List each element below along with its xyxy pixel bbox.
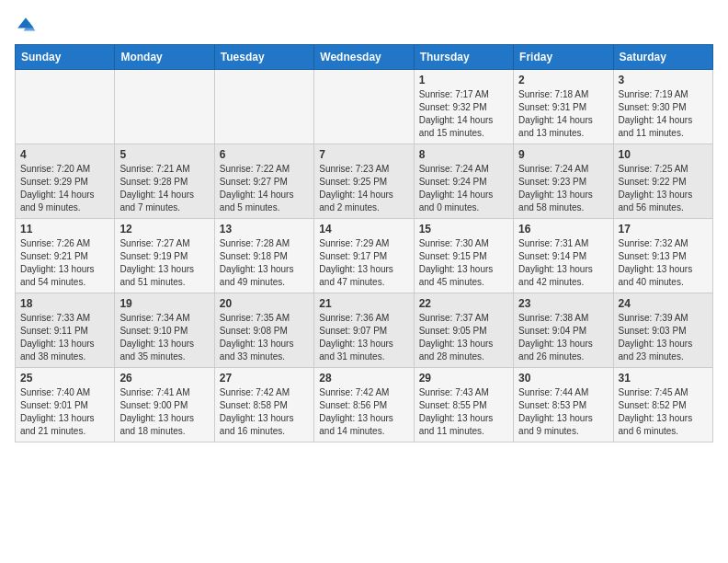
day-number: 8 — [419, 148, 508, 161]
day-number: 30 — [518, 372, 608, 385]
calendar-cell-w0d6: 3Sunrise: 7:19 AM Sunset: 9:30 PM Daylig… — [613, 70, 712, 144]
day-number: 23 — [518, 297, 608, 310]
day-info: Sunrise: 7:44 AM Sunset: 8:53 PM Dayligh… — [518, 386, 608, 438]
day-info: Sunrise: 7:28 AM Sunset: 9:18 PM Dayligh… — [220, 237, 309, 289]
day-info: Sunrise: 7:43 AM Sunset: 8:55 PM Dayligh… — [419, 386, 508, 438]
col-header-wednesday: Wednesday — [314, 45, 414, 70]
day-number: 2 — [518, 74, 608, 86]
day-info: Sunrise: 7:45 AM Sunset: 8:52 PM Dayligh… — [619, 386, 708, 438]
day-number: 3 — [619, 74, 708, 86]
day-info: Sunrise: 7:32 AM Sunset: 9:13 PM Dayligh… — [619, 237, 708, 289]
calendar-cell-w1d4: 8Sunrise: 7:24 AM Sunset: 9:24 PM Daylig… — [414, 144, 513, 219]
calendar-cell-w4d0: 25Sunrise: 7:40 AM Sunset: 9:01 PM Dayli… — [16, 368, 115, 442]
calendar-cell-w0d3 — [314, 70, 414, 144]
day-info: Sunrise: 7:29 AM Sunset: 9:17 PM Dayligh… — [319, 237, 408, 289]
calendar-cell-w3d5: 23Sunrise: 7:38 AM Sunset: 9:04 PM Dayli… — [514, 293, 613, 368]
day-info: Sunrise: 7:24 AM Sunset: 9:23 PM Dayligh… — [518, 163, 608, 214]
day-number: 21 — [319, 297, 408, 310]
calendar-cell-w4d4: 29Sunrise: 7:43 AM Sunset: 8:55 PM Dayli… — [414, 368, 513, 442]
day-info: Sunrise: 7:17 AM Sunset: 9:32 PM Dayligh… — [419, 88, 508, 140]
calendar-cell-w1d5: 9Sunrise: 7:24 AM Sunset: 9:23 PM Daylig… — [514, 144, 613, 219]
calendar-table: SundayMondayTuesdayWednesdayThursdayFrid… — [15, 44, 713, 442]
calendar-cell-w1d6: 10Sunrise: 7:25 AM Sunset: 9:22 PM Dayli… — [613, 144, 712, 219]
day-number: 17 — [619, 223, 708, 236]
calendar-cell-w1d2: 6Sunrise: 7:22 AM Sunset: 9:27 PM Daylig… — [214, 144, 313, 219]
day-number: 13 — [220, 223, 309, 236]
calendar-cell-w4d1: 26Sunrise: 7:41 AM Sunset: 9:00 PM Dayli… — [115, 368, 214, 442]
day-info: Sunrise: 7:26 AM Sunset: 9:21 PM Dayligh… — [20, 237, 109, 289]
day-info: Sunrise: 7:39 AM Sunset: 9:03 PM Dayligh… — [619, 312, 708, 363]
calendar-cell-w0d1 — [115, 70, 214, 144]
calendar-cell-w0d0 — [16, 70, 115, 144]
calendar-cell-w3d6: 24Sunrise: 7:39 AM Sunset: 9:03 PM Dayli… — [613, 293, 712, 368]
day-info: Sunrise: 7:22 AM Sunset: 9:27 PM Dayligh… — [220, 163, 309, 214]
day-number: 22 — [419, 297, 508, 310]
col-header-monday: Monday — [115, 45, 214, 70]
logo-icon — [15, 15, 37, 37]
day-info: Sunrise: 7:40 AM Sunset: 9:01 PM Dayligh… — [20, 386, 109, 438]
day-number: 31 — [619, 372, 708, 385]
calendar-cell-w4d3: 28Sunrise: 7:42 AM Sunset: 8:56 PM Dayli… — [314, 368, 414, 442]
day-number: 4 — [20, 148, 109, 161]
calendar-cell-w0d5: 2Sunrise: 7:18 AM Sunset: 9:31 PM Daylig… — [514, 70, 613, 144]
calendar-cell-w2d0: 11Sunrise: 7:26 AM Sunset: 9:21 PM Dayli… — [16, 219, 115, 293]
day-number: 12 — [119, 223, 209, 236]
day-number: 6 — [220, 148, 309, 161]
day-info: Sunrise: 7:27 AM Sunset: 9:19 PM Dayligh… — [119, 237, 209, 289]
calendar-cell-w2d3: 14Sunrise: 7:29 AM Sunset: 9:17 PM Dayli… — [314, 219, 414, 293]
calendar-cell-w2d5: 16Sunrise: 7:31 AM Sunset: 9:14 PM Dayli… — [514, 219, 613, 293]
calendar-cell-w1d1: 5Sunrise: 7:21 AM Sunset: 9:28 PM Daylig… — [115, 144, 214, 219]
calendar-cell-w2d6: 17Sunrise: 7:32 AM Sunset: 9:13 PM Dayli… — [613, 219, 712, 293]
day-number: 5 — [119, 148, 209, 161]
day-info: Sunrise: 7:38 AM Sunset: 9:04 PM Dayligh… — [518, 312, 608, 363]
calendar-cell-w1d0: 4Sunrise: 7:20 AM Sunset: 9:29 PM Daylig… — [16, 144, 115, 219]
col-header-saturday: Saturday — [613, 45, 712, 70]
calendar-cell-w0d4: 1Sunrise: 7:17 AM Sunset: 9:32 PM Daylig… — [414, 70, 513, 144]
day-number: 9 — [518, 148, 608, 161]
day-info: Sunrise: 7:34 AM Sunset: 9:10 PM Dayligh… — [119, 312, 209, 363]
col-header-thursday: Thursday — [414, 45, 513, 70]
calendar-cell-w2d1: 12Sunrise: 7:27 AM Sunset: 9:19 PM Dayli… — [115, 219, 214, 293]
day-number: 1 — [419, 74, 508, 86]
col-header-tuesday: Tuesday — [214, 45, 313, 70]
calendar-cell-w1d3: 7Sunrise: 7:23 AM Sunset: 9:25 PM Daylig… — [314, 144, 414, 219]
calendar-cell-w0d2 — [214, 70, 313, 144]
day-number: 15 — [419, 223, 508, 236]
day-number: 26 — [119, 372, 209, 385]
day-number: 24 — [619, 297, 708, 310]
day-info: Sunrise: 7:35 AM Sunset: 9:08 PM Dayligh… — [220, 312, 309, 363]
day-info: Sunrise: 7:21 AM Sunset: 9:28 PM Dayligh… — [119, 163, 209, 214]
day-info: Sunrise: 7:31 AM Sunset: 9:14 PM Dayligh… — [518, 237, 608, 289]
day-number: 18 — [20, 297, 109, 310]
calendar-cell-w3d0: 18Sunrise: 7:33 AM Sunset: 9:11 PM Dayli… — [16, 293, 115, 368]
day-info: Sunrise: 7:25 AM Sunset: 9:22 PM Dayligh… — [619, 163, 708, 214]
day-info: Sunrise: 7:42 AM Sunset: 8:58 PM Dayligh… — [220, 386, 309, 438]
header — [15, 15, 713, 37]
calendar-cell-w2d4: 15Sunrise: 7:30 AM Sunset: 9:15 PM Dayli… — [414, 219, 513, 293]
day-info: Sunrise: 7:37 AM Sunset: 9:05 PM Dayligh… — [419, 312, 508, 363]
calendar-cell-w3d2: 20Sunrise: 7:35 AM Sunset: 9:08 PM Dayli… — [214, 293, 313, 368]
calendar-cell-w3d1: 19Sunrise: 7:34 AM Sunset: 9:10 PM Dayli… — [115, 293, 214, 368]
day-number: 25 — [20, 372, 109, 385]
day-info: Sunrise: 7:18 AM Sunset: 9:31 PM Dayligh… — [518, 88, 608, 140]
day-number: 27 — [220, 372, 309, 385]
day-info: Sunrise: 7:30 AM Sunset: 9:15 PM Dayligh… — [419, 237, 508, 289]
day-info: Sunrise: 7:20 AM Sunset: 9:29 PM Dayligh… — [20, 163, 109, 214]
day-number: 14 — [319, 223, 408, 236]
day-number: 7 — [319, 148, 408, 161]
calendar-cell-w3d4: 22Sunrise: 7:37 AM Sunset: 9:05 PM Dayli… — [414, 293, 513, 368]
col-header-sunday: Sunday — [16, 45, 115, 70]
day-info: Sunrise: 7:41 AM Sunset: 9:00 PM Dayligh… — [119, 386, 209, 438]
calendar-cell-w4d6: 31Sunrise: 7:45 AM Sunset: 8:52 PM Dayli… — [613, 368, 712, 442]
calendar-cell-w2d2: 13Sunrise: 7:28 AM Sunset: 9:18 PM Dayli… — [214, 219, 313, 293]
col-header-friday: Friday — [514, 45, 613, 70]
day-info: Sunrise: 7:24 AM Sunset: 9:24 PM Dayligh… — [419, 163, 508, 214]
day-number: 11 — [20, 223, 109, 236]
day-info: Sunrise: 7:33 AM Sunset: 9:11 PM Dayligh… — [20, 312, 109, 363]
day-number: 29 — [419, 372, 508, 385]
logo — [15, 15, 40, 37]
day-number: 10 — [619, 148, 708, 161]
calendar-cell-w4d5: 30Sunrise: 7:44 AM Sunset: 8:53 PM Dayli… — [514, 368, 613, 442]
calendar-cell-w3d3: 21Sunrise: 7:36 AM Sunset: 9:07 PM Dayli… — [314, 293, 414, 368]
day-number: 20 — [220, 297, 309, 310]
